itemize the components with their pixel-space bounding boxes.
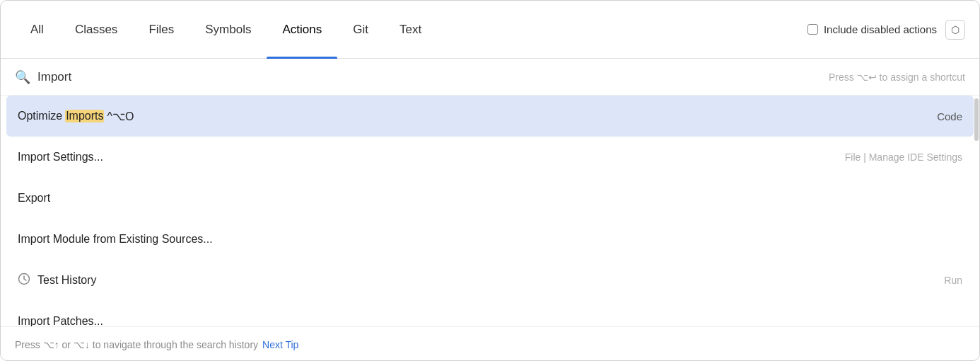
next-tip-link[interactable]: Next Tip — [262, 339, 298, 350]
scrollbar-track[interactable] — [974, 96, 979, 326]
result-shortcut: Run — [944, 275, 962, 286]
footer: Press ⌥↑ or ⌥↓ to navigate through the s… — [1, 326, 979, 361]
result-label-text: Import Patches... — [18, 315, 103, 326]
search-icon: 🔍 — [15, 69, 30, 85]
result-label: Import Settings... — [18, 151, 845, 164]
search-input[interactable] — [37, 70, 829, 84]
result-label-before: Optimize — [18, 110, 62, 122]
scrollbar-thumb[interactable] — [974, 98, 979, 141]
tab-all[interactable]: All — [15, 1, 59, 59]
clock-icon — [18, 273, 30, 289]
tab-bar: All Classes Files Symbols Actions Git Te… — [1, 1, 979, 59]
results-list: Optimize Imports ^⌥O Code Import Setting… — [1, 96, 979, 326]
result-import-module[interactable]: Import Module from Existing Sources... — [1, 219, 979, 260]
result-import-settings[interactable]: Import Settings... File | Manage IDE Set… — [1, 137, 979, 178]
result-label-text: Import Settings... — [18, 151, 103, 164]
result-label: Import Module from Existing Sources... — [18, 233, 962, 246]
footer-text: Press ⌥↑ or ⌥↓ to navigate through the s… — [15, 339, 258, 350]
result-label: Test History — [37, 274, 944, 287]
tab-text[interactable]: Text — [384, 1, 437, 59]
result-label-text: Test History — [37, 274, 97, 287]
collapse-icon: ⬡ — [951, 24, 959, 35]
result-label: Optimize Imports ^⌥O — [18, 110, 937, 123]
include-disabled-text: Include disabled actions — [824, 23, 937, 35]
include-disabled-checkbox[interactable] — [807, 24, 818, 35]
tab-files[interactable]: Files — [133, 1, 189, 59]
collapse-button[interactable]: ⬡ — [945, 20, 965, 40]
tab-actions[interactable]: Actions — [267, 1, 337, 59]
tab-symbols[interactable]: Symbols — [189, 1, 267, 59]
include-disabled-label[interactable]: Include disabled actions — [807, 23, 937, 35]
main-content: 🔍 Press ⌥↩ to assign a shortcut Optimize… — [1, 59, 979, 361]
result-label: Export — [18, 192, 962, 205]
result-label-text: Export — [18, 192, 50, 205]
result-optimize-imports[interactable]: Optimize Imports ^⌥O Code — [6, 96, 974, 137]
result-test-history[interactable]: Test History Run — [1, 260, 979, 301]
result-import-patches[interactable]: Import Patches... — [1, 301, 979, 326]
result-meta: File | Manage IDE Settings — [845, 151, 962, 163]
tab-git[interactable]: Git — [337, 1, 384, 59]
result-label-text: Import Module from Existing Sources... — [18, 233, 213, 246]
tab-classes[interactable]: Classes — [59, 1, 133, 59]
result-export[interactable]: Export — [1, 178, 979, 219]
shortcut-hint: Press ⌥↩ to assign a shortcut — [829, 71, 965, 83]
result-label: Import Patches... — [18, 315, 962, 326]
result-label-highlight: Imports — [65, 110, 104, 122]
search-bar: 🔍 Press ⌥↩ to assign a shortcut — [1, 59, 979, 96]
result-label-after: ^⌥O — [107, 110, 134, 123]
result-shortcut: Code — [937, 110, 962, 122]
